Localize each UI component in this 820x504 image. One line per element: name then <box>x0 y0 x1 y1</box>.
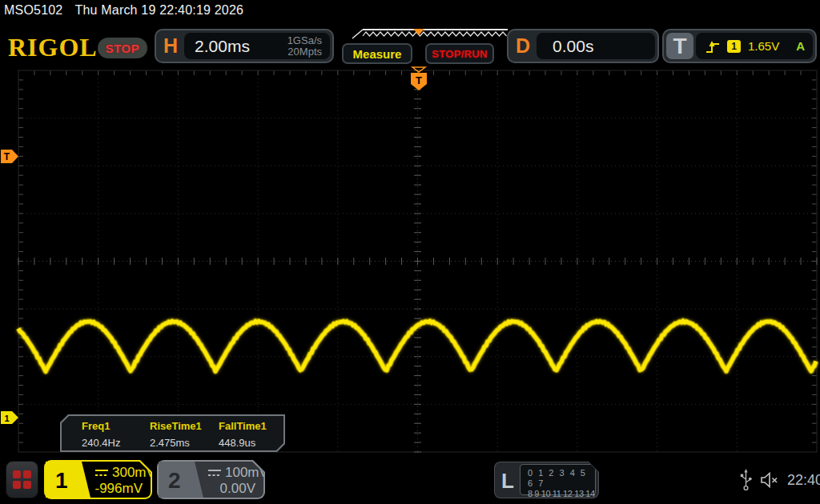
trigger-position-marker[interactable]: T <box>411 67 427 90</box>
clock: 22:40 <box>787 472 820 489</box>
menu-button[interactable] <box>6 461 38 498</box>
logic-channels-status[interactable]: L 0 1 2 3 4 5 6 7 8 9 10 11 12 13 14 15 <box>494 462 599 498</box>
channel2-tab <box>159 462 203 498</box>
channel1-tab <box>46 462 90 498</box>
usb-icon <box>740 468 752 492</box>
channel2-offset: 0.00V <box>220 481 255 497</box>
channel2-status[interactable]: 2 100mV 0.00V <box>157 460 265 499</box>
dc-coupling-icon <box>208 469 221 477</box>
svg-text:T: T <box>416 74 422 86</box>
measurement-freq1: Freq1 240.4Hz <box>82 420 120 449</box>
trigger-level-marker[interactable]: T <box>1 150 18 163</box>
speaker-muted-icon[interactable] <box>759 471 780 489</box>
channel2-number: 2 <box>168 468 181 494</box>
svg-text:T: T <box>4 151 10 162</box>
channel2-scale: 100mV <box>208 465 268 481</box>
dc-coupling-icon <box>95 469 108 477</box>
measurement-falltime1: FallTime1 448.9us <box>219 420 267 449</box>
channel1-number: 1 <box>55 468 68 494</box>
menu-grid-icon <box>13 470 31 489</box>
oscilloscope-screen: MSO5102 Thu March 19 22:40:19 2026 RIGOL… <box>0 0 820 504</box>
channel1-offset: -996mV <box>94 481 143 497</box>
svg-text:1: 1 <box>4 414 9 423</box>
channel1-scale: 300mV <box>95 465 155 481</box>
logic-label: L <box>501 469 514 494</box>
channel1-status[interactable]: 1 300mV -996mV <box>44 460 152 499</box>
measurement-panel[interactable]: Freq1 240.4Hz RiseTime1 2.475ms FallTime… <box>60 414 285 452</box>
ch1-ground-marker[interactable]: 1 <box>1 411 18 424</box>
logic-channel-numbers: 0 1 2 3 4 5 6 7 8 9 10 11 12 13 14 15 <box>520 464 596 495</box>
measurement-risetime1: RiseTime1 2.475ms <box>150 420 202 449</box>
